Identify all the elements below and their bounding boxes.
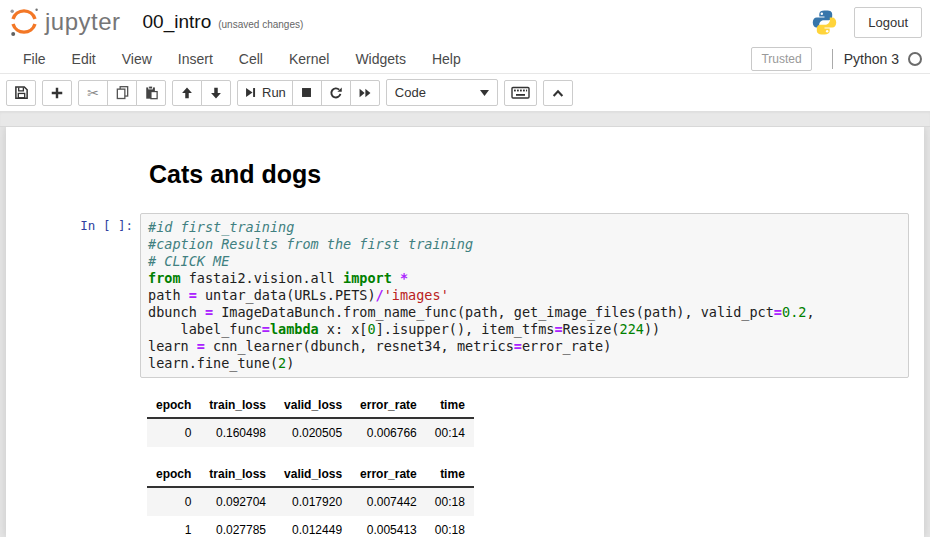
jupyter-wordmark: jupyter bbox=[45, 8, 121, 36]
training-results-table: epochtrain_lossvalid_losserror_ratetime0… bbox=[147, 462, 474, 537]
copy-cells-button[interactable] bbox=[107, 80, 137, 106]
table-row: 10.0277850.0124490.00541300:18 bbox=[147, 516, 474, 537]
table-cell: 0.006766 bbox=[351, 418, 426, 447]
collapse-toolbar-button[interactable] bbox=[543, 80, 573, 106]
table-cell: 0.092704 bbox=[200, 487, 275, 516]
menu-item-cell[interactable]: Cell bbox=[226, 45, 276, 73]
menu-item-help[interactable]: Help bbox=[419, 45, 474, 73]
menu-item-kernel[interactable]: Kernel bbox=[276, 45, 342, 73]
menu-item-insert[interactable]: Insert bbox=[165, 45, 226, 73]
table-cell: 0.027785 bbox=[200, 516, 275, 537]
arrow-down-icon bbox=[209, 86, 223, 100]
command-palette-button[interactable] bbox=[504, 80, 537, 106]
markdown-cell[interactable]: Cats and dogs bbox=[6, 160, 924, 213]
training-results-table: epochtrain_lossvalid_losserror_ratetime0… bbox=[147, 393, 474, 447]
copy-icon bbox=[115, 85, 130, 100]
restart-run-all-button[interactable] bbox=[350, 80, 380, 106]
table-cell: 0.160498 bbox=[200, 418, 275, 447]
arrow-up-icon bbox=[180, 86, 194, 100]
code-line: #id first_training bbox=[148, 219, 901, 236]
cut-cells-button[interactable]: ✂ bbox=[78, 80, 108, 106]
table-cell: 00:14 bbox=[426, 418, 474, 447]
kernel-name: Python 3 bbox=[844, 51, 899, 67]
markdown-prompt bbox=[6, 160, 140, 213]
restart-kernel-button[interactable] bbox=[321, 80, 351, 106]
trusted-badge[interactable]: Trusted bbox=[751, 47, 811, 71]
table-cell: 0.012449 bbox=[275, 516, 351, 537]
column-header: train_loss bbox=[200, 462, 275, 487]
code-line: # CLICK ME bbox=[148, 253, 901, 270]
jupyter-logo[interactable]: jupyter bbox=[8, 6, 121, 38]
menu-item-edit[interactable]: Edit bbox=[59, 45, 109, 73]
code-line: learn.fine_tune(2) bbox=[148, 355, 901, 372]
table-cell: 0 bbox=[147, 487, 200, 516]
cell-type-select[interactable]: Code bbox=[386, 79, 498, 106]
paste-cells-button[interactable] bbox=[136, 80, 166, 106]
chevron-up-icon bbox=[551, 87, 565, 99]
code-line: label_func=lambda x: x[0].isupper(), ite… bbox=[148, 321, 901, 338]
table-cell: 00:18 bbox=[426, 487, 474, 516]
markdown-content: Cats and dogs bbox=[140, 160, 321, 213]
insert-cell-button[interactable] bbox=[42, 80, 72, 106]
column-header: valid_loss bbox=[275, 393, 351, 418]
move-cell-down-button[interactable] bbox=[201, 80, 231, 106]
plus-icon bbox=[50, 86, 64, 100]
code-line: #caption Results from the first training bbox=[148, 236, 901, 253]
interrupt-kernel-button[interactable] bbox=[292, 80, 322, 106]
menubar-right: Trusted Python 3 bbox=[751, 47, 930, 71]
column-header: epoch bbox=[147, 462, 200, 487]
notebook-title-area: 00_intro (unsaved changes) bbox=[143, 11, 304, 33]
logout-button[interactable]: Logout bbox=[854, 7, 922, 38]
notebook-page: Cats and dogs In [ ]: #id first_training… bbox=[6, 127, 924, 537]
move-cell-up-button[interactable] bbox=[172, 80, 202, 106]
code-line: from fastai2.vision.all import * bbox=[148, 270, 901, 287]
column-header: epoch bbox=[147, 393, 200, 418]
table-cell: 0.020505 bbox=[275, 418, 351, 447]
python-logo-icon bbox=[811, 9, 838, 36]
stop-icon bbox=[300, 86, 313, 99]
table-cell: 0.017920 bbox=[275, 487, 351, 516]
menu-item-view[interactable]: View bbox=[109, 45, 165, 73]
column-header: error_rate bbox=[351, 393, 426, 418]
scissors-icon: ✂ bbox=[87, 85, 99, 101]
code-line: dbunch = ImageDataBunch.from_name_func(p… bbox=[148, 304, 901, 321]
column-header: train_loss bbox=[200, 393, 275, 418]
menu-items: FileEditViewInsertCellKernelWidgetsHelp bbox=[10, 50, 474, 68]
menubar: FileEditViewInsertCellKernelWidgetsHelp … bbox=[0, 44, 930, 74]
menu-item-file[interactable]: File bbox=[10, 45, 59, 73]
run-button[interactable]: Run bbox=[237, 80, 293, 106]
cell-type-value: Code bbox=[395, 85, 426, 100]
page-title: Cats and dogs bbox=[149, 160, 321, 189]
checkpoint-status: (unsaved changes) bbox=[218, 19, 303, 30]
header-right: Logout bbox=[811, 7, 922, 38]
code-line: path = untar_data(URLs.PETS)/'images' bbox=[148, 287, 901, 304]
floppy-icon bbox=[14, 85, 29, 100]
notebook-name[interactable]: 00_intro bbox=[143, 11, 212, 33]
header-bottom-band bbox=[0, 111, 930, 127]
restart-icon bbox=[329, 86, 343, 100]
kernel-status-icon bbox=[908, 52, 922, 66]
table-cell: 1 bbox=[147, 516, 200, 537]
table-cell: 0 bbox=[147, 418, 200, 447]
table-cell: 0.005413 bbox=[351, 516, 426, 537]
code-cell[interactable]: In [ ]: #id first_training#caption Resul… bbox=[6, 213, 924, 378]
notebook-site: Cats and dogs In [ ]: #id first_training… bbox=[0, 127, 930, 537]
column-header: valid_loss bbox=[275, 462, 351, 487]
column-header: error_rate bbox=[351, 462, 426, 487]
column-header: time bbox=[426, 462, 474, 487]
toolbar: ✂ bbox=[0, 74, 930, 111]
keyboard-icon bbox=[511, 85, 530, 100]
code-line: learn = cnn_learner(dbunch, resnet34, me… bbox=[148, 338, 901, 355]
step-forward-icon bbox=[244, 86, 257, 99]
fast-forward-icon bbox=[358, 86, 372, 100]
cell-outputs: epochtrain_lossvalid_losserror_ratetime0… bbox=[147, 393, 924, 537]
jupyter-planet-icon bbox=[8, 6, 40, 38]
code-editor[interactable]: #id first_training#caption Results from … bbox=[140, 213, 909, 378]
input-prompt: In [ ]: bbox=[6, 213, 140, 378]
save-button[interactable] bbox=[6, 80, 36, 106]
run-button-label: Run bbox=[262, 85, 286, 100]
menu-item-widgets[interactable]: Widgets bbox=[342, 45, 419, 73]
menubar-separator bbox=[832, 49, 833, 69]
table-cell: 00:18 bbox=[426, 516, 474, 537]
table-cell: 0.007442 bbox=[351, 487, 426, 516]
